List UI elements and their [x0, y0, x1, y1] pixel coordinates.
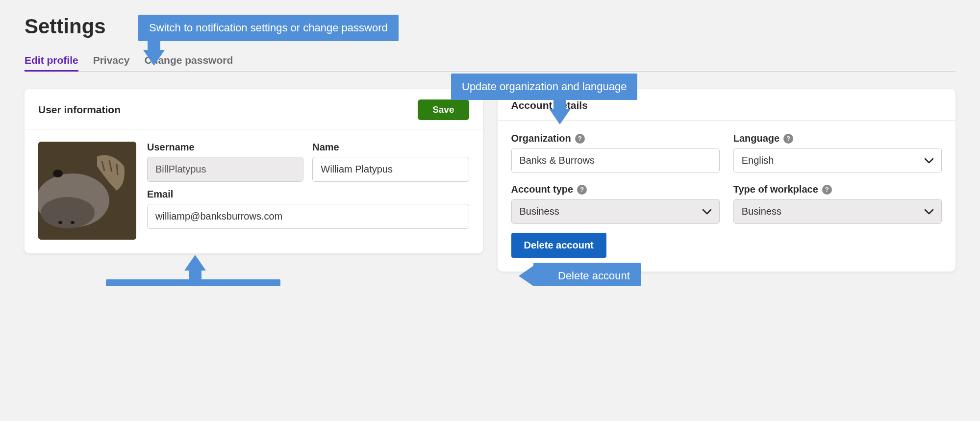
user-information-card: User information Save Use [25, 89, 483, 253]
username-label: Username [147, 142, 303, 153]
platypus-avatar-image [38, 142, 136, 240]
help-icon[interactable]: ? [822, 185, 832, 195]
language-select[interactable]: English [733, 148, 942, 173]
help-icon[interactable]: ? [575, 134, 585, 144]
account-type-label-text: Account type [511, 184, 574, 195]
arrow-left-icon [519, 265, 534, 286]
save-button[interactable]: Save [418, 99, 469, 120]
tab-edit-profile[interactable]: Edit profile [25, 50, 78, 72]
account-type-select[interactable]: Business [511, 199, 720, 224]
language-label-text: Language [733, 133, 779, 144]
arrow-down-icon [549, 109, 571, 124]
user-info-title: User information [38, 104, 121, 116]
arrow-down-icon [143, 50, 165, 66]
tab-privacy[interactable]: Privacy [93, 50, 130, 72]
workplace-label-text: Type of workplace [733, 184, 818, 195]
help-icon[interactable]: ? [577, 185, 587, 195]
email-label: Email [147, 189, 469, 200]
delete-account-button[interactable]: Delete account [511, 233, 606, 258]
organization-field[interactable] [511, 148, 720, 173]
svg-point-4 [58, 221, 62, 224]
language-label: Language ? [733, 133, 942, 144]
callout-delete-text: Delete account [558, 270, 630, 282]
arrow-up-icon [184, 255, 206, 271]
email-field[interactable] [147, 204, 469, 229]
callout-org-language-text: Update organization and language [462, 80, 627, 93]
organization-label: Organization ? [511, 133, 720, 144]
svg-point-3 [53, 170, 63, 177]
callout-tabs-text: Switch to notification settings or chang… [149, 22, 388, 34]
svg-point-2 [41, 197, 95, 228]
help-icon[interactable]: ? [783, 134, 793, 144]
callout-org-language: Update organization and language [451, 74, 637, 100]
workplace-label: Type of workplace ? [733, 184, 942, 195]
callout-avatar: Update avatar, name, and email [106, 279, 280, 286]
workplace-select[interactable]: Business [733, 199, 942, 224]
callout-tabs: Switch to notification settings or chang… [138, 15, 399, 41]
organization-label-text: Organization [511, 133, 571, 144]
callout-delete: Delete account [533, 263, 641, 286]
name-label: Name [312, 142, 469, 153]
svg-point-5 [71, 221, 75, 224]
account-type-label: Account type ? [511, 184, 720, 195]
username-field [147, 157, 303, 182]
name-field[interactable] [312, 157, 469, 182]
avatar[interactable] [38, 142, 136, 240]
